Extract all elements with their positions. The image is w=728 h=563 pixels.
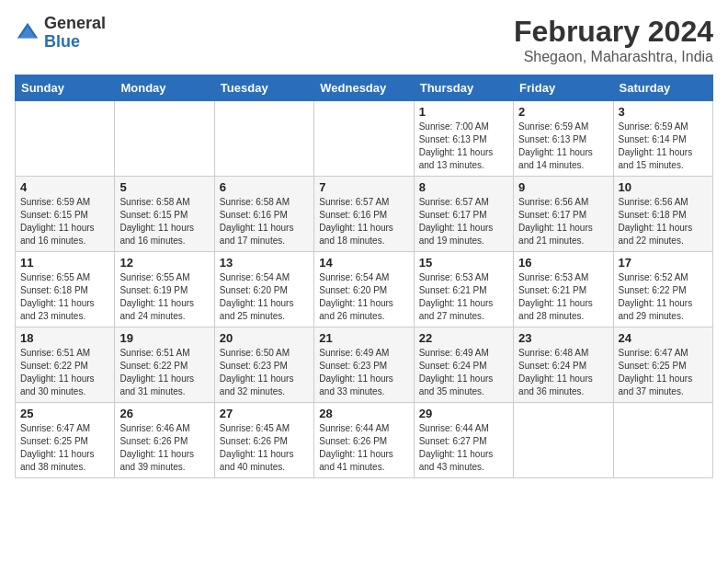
weekday-header-saturday: Saturday xyxy=(613,75,712,101)
weekday-header-wednesday: Wednesday xyxy=(314,75,414,101)
calendar-cell: 7Sunrise: 6:57 AM Sunset: 6:16 PM Daylig… xyxy=(314,177,414,252)
calendar-cell xyxy=(115,101,214,177)
day-number: 4 xyxy=(20,180,109,194)
calendar-cell: 19Sunrise: 6:51 AM Sunset: 6:22 PM Dayli… xyxy=(115,327,214,403)
weekday-header-monday: Monday xyxy=(115,75,214,101)
day-number: 24 xyxy=(619,331,708,345)
calendar-cell: 8Sunrise: 6:57 AM Sunset: 6:17 PM Daylig… xyxy=(414,177,513,252)
day-number: 11 xyxy=(20,256,109,270)
logo-blue: Blue xyxy=(44,32,80,51)
calendar-cell xyxy=(613,403,712,478)
calendar-cell xyxy=(514,403,613,478)
calendar-cell: 5Sunrise: 6:58 AM Sunset: 6:15 PM Daylig… xyxy=(115,177,214,252)
calendar-cell: 9Sunrise: 6:56 AM Sunset: 6:17 PM Daylig… xyxy=(514,177,613,252)
logo-text: General Blue xyxy=(44,15,106,52)
day-number: 21 xyxy=(319,331,408,345)
calendar-cell: 18Sunrise: 6:51 AM Sunset: 6:22 PM Dayli… xyxy=(16,327,115,403)
day-info: Sunrise: 6:44 AM Sunset: 6:27 PM Dayligh… xyxy=(419,422,508,474)
weekday-header-tuesday: Tuesday xyxy=(214,75,313,101)
calendar-cell: 6Sunrise: 6:58 AM Sunset: 6:16 PM Daylig… xyxy=(214,177,313,252)
calendar-cell: 27Sunrise: 6:45 AM Sunset: 6:26 PM Dayli… xyxy=(214,403,313,478)
day-number: 9 xyxy=(518,180,608,194)
day-number: 13 xyxy=(220,256,309,270)
day-info: Sunrise: 6:54 AM Sunset: 6:20 PM Dayligh… xyxy=(319,271,408,323)
day-info: Sunrise: 6:51 AM Sunset: 6:22 PM Dayligh… xyxy=(119,347,209,398)
calendar-cell: 28Sunrise: 6:44 AM Sunset: 6:26 PM Dayli… xyxy=(314,403,414,478)
weekday-header-row: SundayMondayTuesdayWednesdayThursdayFrid… xyxy=(16,75,713,101)
logo-icon xyxy=(15,20,40,46)
day-info: Sunrise: 6:56 AM Sunset: 6:18 PM Dayligh… xyxy=(619,196,708,247)
calendar-cell xyxy=(214,101,313,177)
weekday-header-thursday: Thursday xyxy=(414,75,513,101)
day-info: Sunrise: 6:57 AM Sunset: 6:16 PM Dayligh… xyxy=(319,196,408,247)
calendar-cell: 29Sunrise: 6:44 AM Sunset: 6:27 PM Dayli… xyxy=(414,403,513,478)
day-info: Sunrise: 6:59 AM Sunset: 6:14 PM Dayligh… xyxy=(619,121,708,172)
day-info: Sunrise: 6:46 AM Sunset: 6:26 PM Dayligh… xyxy=(119,422,209,474)
day-number: 27 xyxy=(220,407,309,420)
day-number: 17 xyxy=(619,256,708,270)
calendar-cell: 22Sunrise: 6:49 AM Sunset: 6:24 PM Dayli… xyxy=(414,327,513,403)
title-block: February 2024 Shegaon, Maharashtra, Indi… xyxy=(514,15,713,65)
calendar-cell: 2Sunrise: 6:59 AM Sunset: 6:13 PM Daylig… xyxy=(514,101,613,177)
calendar-cell: 21Sunrise: 6:49 AM Sunset: 6:23 PM Dayli… xyxy=(314,327,414,403)
calendar-cell: 12Sunrise: 6:55 AM Sunset: 6:19 PM Dayli… xyxy=(115,252,214,327)
day-info: Sunrise: 6:49 AM Sunset: 6:23 PM Dayligh… xyxy=(319,347,408,398)
day-info: Sunrise: 6:47 AM Sunset: 6:25 PM Dayligh… xyxy=(20,422,109,474)
day-number: 18 xyxy=(20,331,109,345)
calendar-cell: 10Sunrise: 6:56 AM Sunset: 6:18 PM Dayli… xyxy=(613,177,712,252)
day-info: Sunrise: 6:48 AM Sunset: 6:24 PM Dayligh… xyxy=(518,347,608,398)
day-number: 7 xyxy=(319,180,408,194)
day-info: Sunrise: 6:44 AM Sunset: 6:26 PM Dayligh… xyxy=(319,422,408,474)
calendar-cell: 13Sunrise: 6:54 AM Sunset: 6:20 PM Dayli… xyxy=(214,252,313,327)
day-number: 22 xyxy=(419,331,508,345)
day-info: Sunrise: 6:47 AM Sunset: 6:25 PM Dayligh… xyxy=(619,347,708,398)
day-info: Sunrise: 6:54 AM Sunset: 6:20 PM Dayligh… xyxy=(220,271,309,323)
day-number: 23 xyxy=(518,331,608,345)
day-number: 12 xyxy=(119,256,209,270)
calendar-cell: 23Sunrise: 6:48 AM Sunset: 6:24 PM Dayli… xyxy=(514,327,613,403)
week-row-1: 4Sunrise: 6:59 AM Sunset: 6:15 PM Daylig… xyxy=(16,177,713,252)
week-row-3: 18Sunrise: 6:51 AM Sunset: 6:22 PM Dayli… xyxy=(16,327,713,403)
day-info: Sunrise: 6:59 AM Sunset: 6:15 PM Dayligh… xyxy=(20,196,109,247)
day-info: Sunrise: 6:53 AM Sunset: 6:21 PM Dayligh… xyxy=(419,271,508,323)
calendar-cell xyxy=(314,101,414,177)
calendar-cell: 17Sunrise: 6:52 AM Sunset: 6:22 PM Dayli… xyxy=(613,252,712,327)
weekday-header-sunday: Sunday xyxy=(16,75,115,101)
day-info: Sunrise: 6:56 AM Sunset: 6:17 PM Dayligh… xyxy=(518,196,608,247)
day-info: Sunrise: 6:50 AM Sunset: 6:23 PM Dayligh… xyxy=(220,347,309,398)
month-title: February 2024 xyxy=(514,15,713,49)
day-number: 26 xyxy=(119,407,209,420)
day-info: Sunrise: 6:45 AM Sunset: 6:26 PM Dayligh… xyxy=(220,422,309,474)
day-info: Sunrise: 6:51 AM Sunset: 6:22 PM Dayligh… xyxy=(20,347,109,398)
day-info: Sunrise: 6:57 AM Sunset: 6:17 PM Dayligh… xyxy=(419,196,508,247)
day-info: Sunrise: 6:58 AM Sunset: 6:16 PM Dayligh… xyxy=(220,196,309,247)
day-info: Sunrise: 6:53 AM Sunset: 6:21 PM Dayligh… xyxy=(518,271,608,323)
day-info: Sunrise: 6:49 AM Sunset: 6:24 PM Dayligh… xyxy=(419,347,508,398)
logo: General Blue xyxy=(15,15,106,52)
calendar-cell: 1Sunrise: 7:00 AM Sunset: 6:13 PM Daylig… xyxy=(414,101,513,177)
calendar-cell: 15Sunrise: 6:53 AM Sunset: 6:21 PM Dayli… xyxy=(414,252,513,327)
day-number: 20 xyxy=(220,331,309,345)
day-number: 6 xyxy=(220,180,309,194)
day-number: 3 xyxy=(619,105,708,119)
calendar-table: SundayMondayTuesdayWednesdayThursdayFrid… xyxy=(15,75,713,478)
calendar-cell: 3Sunrise: 6:59 AM Sunset: 6:14 PM Daylig… xyxy=(613,101,712,177)
calendar-cell xyxy=(16,101,115,177)
calendar-cell: 14Sunrise: 6:54 AM Sunset: 6:20 PM Dayli… xyxy=(314,252,414,327)
day-info: Sunrise: 6:59 AM Sunset: 6:13 PM Dayligh… xyxy=(518,121,608,172)
day-number: 1 xyxy=(419,105,508,119)
page-header: General Blue February 2024 Shegaon, Maha… xyxy=(15,15,713,65)
day-info: Sunrise: 6:58 AM Sunset: 6:15 PM Dayligh… xyxy=(119,196,209,247)
day-number: 8 xyxy=(419,180,508,194)
calendar-cell: 24Sunrise: 6:47 AM Sunset: 6:25 PM Dayli… xyxy=(613,327,712,403)
calendar-cell: 25Sunrise: 6:47 AM Sunset: 6:25 PM Dayli… xyxy=(16,403,115,478)
day-number: 10 xyxy=(619,180,708,194)
week-row-2: 11Sunrise: 6:55 AM Sunset: 6:18 PM Dayli… xyxy=(16,252,713,327)
day-info: Sunrise: 7:00 AM Sunset: 6:13 PM Dayligh… xyxy=(419,121,508,172)
calendar-cell: 4Sunrise: 6:59 AM Sunset: 6:15 PM Daylig… xyxy=(16,177,115,252)
week-row-4: 25Sunrise: 6:47 AM Sunset: 6:25 PM Dayli… xyxy=(16,403,713,478)
calendar-cell: 26Sunrise: 6:46 AM Sunset: 6:26 PM Dayli… xyxy=(115,403,214,478)
week-row-0: 1Sunrise: 7:00 AM Sunset: 6:13 PM Daylig… xyxy=(16,101,713,177)
location: Shegaon, Maharashtra, India xyxy=(514,49,713,65)
day-number: 28 xyxy=(319,407,408,420)
